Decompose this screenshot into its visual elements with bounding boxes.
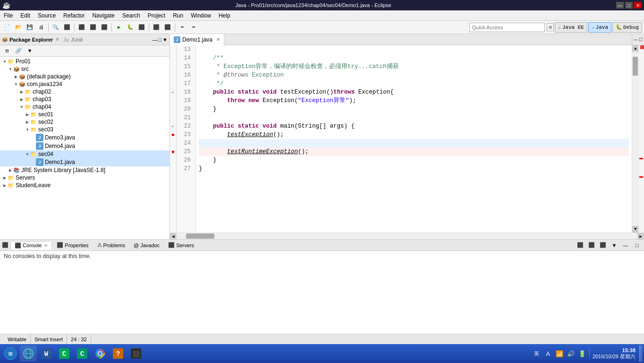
taskbar-app1[interactable]: C (56, 346, 73, 362)
minimize-view-btn[interactable]: — (152, 37, 157, 43)
tree-pro01[interactable]: 📁 Pro01 (0, 58, 169, 65)
src-arrow[interactable] (8, 67, 13, 71)
console-scroll-lock[interactable]: ⬛ (586, 240, 597, 251)
link-editor-btn[interactable]: 🔗 (13, 46, 24, 56)
jre-arrow[interactable] (8, 168, 13, 173)
taskbar-eclipse[interactable]: ⬛ (127, 346, 144, 362)
pe-close-icon[interactable]: ✕ (55, 36, 59, 43)
java-ee-perspective[interactable]: ☕ Java EE (555, 22, 587, 33)
sec04-arrow[interactable] (25, 152, 30, 156)
console-tab-problems[interactable]: ⚠ Problems (93, 241, 129, 249)
tree-servers[interactable]: 📁 Servers (0, 174, 169, 182)
tb-btn7[interactable]: ⬛ (136, 22, 147, 33)
menu-help[interactable]: Help (215, 10, 234, 20)
print-btn[interactable]: 🖨 (36, 22, 46, 33)
taskbar-word[interactable]: W (38, 346, 55, 362)
comjava1234-arrow[interactable] (13, 82, 19, 86)
vertical-scrollbar[interactable]: ▲ ▼ (632, 45, 638, 233)
tab-close-icon[interactable]: ✕ (216, 37, 220, 42)
open-perspective-btn[interactable]: ⊞ (547, 23, 554, 31)
scroll-up-btn[interactable]: ▲ (632, 45, 639, 52)
hscroll-left-btn[interactable]: ◀ (170, 233, 177, 239)
menu-search[interactable]: Search (119, 10, 144, 20)
tb-btn8[interactable]: ⬛ (151, 22, 161, 33)
close-btn[interactable]: ✕ (634, 2, 642, 9)
menu-run[interactable]: Run (169, 10, 187, 20)
tree-comjava1234[interactable]: 📦 com.java1234 (0, 80, 169, 88)
new-btn[interactable]: 📄 (2, 22, 12, 33)
editor-tab-demo1[interactable]: J Demo1.java ✕ (170, 34, 224, 45)
pe-tab-package-explorer[interactable]: Package Explorer (9, 37, 53, 43)
lang-icon[interactable]: A (544, 349, 552, 358)
tree-sec03[interactable]: 📁 sec03 (0, 126, 169, 133)
console-max-btn[interactable]: □ (632, 240, 642, 251)
menu-project[interactable]: Project (144, 10, 169, 20)
tb-btn11[interactable]: ➡ (188, 22, 199, 33)
kb-icon[interactable]: 英 (533, 349, 541, 358)
scroll-track[interactable] (632, 52, 638, 226)
view-menu-btn[interactable]: ▼ (162, 37, 168, 43)
tree-demo1[interactable]: J Demo1.java (0, 158, 169, 166)
menu-refactor[interactable]: Refactor (59, 10, 88, 20)
scroll-thumb[interactable] (633, 57, 638, 76)
taskbar-ie[interactable] (20, 346, 37, 362)
menu-navigate[interactable]: Navigate (88, 10, 118, 20)
menu-edit[interactable]: Edit (17, 10, 34, 20)
tb-btn4[interactable]: ⬛ (76, 22, 87, 33)
battery-icon[interactable]: 🔋 (578, 349, 586, 358)
editor-max-btn[interactable]: □ (639, 37, 642, 43)
hscroll-thumb[interactable] (186, 233, 214, 239)
menu-window[interactable]: Window (187, 10, 215, 20)
tree-jre[interactable]: 📚 JRE System Library [JavaSE-1.8] (0, 166, 169, 174)
pe-tab-junit[interactable]: JUnit (71, 37, 83, 43)
window-controls[interactable]: — □ ✕ (616, 2, 642, 9)
servers-arrow[interactable] (2, 175, 8, 180)
horizontal-scrollbar[interactable]: ◀ ▶ (170, 233, 644, 239)
menu-source[interactable]: Source (34, 10, 59, 20)
menu-file[interactable]: File (0, 10, 17, 20)
console-close[interactable]: ✕ (44, 243, 48, 248)
taskbar-app2[interactable]: C (74, 346, 91, 362)
sec02-arrow[interactable] (25, 120, 30, 124)
console-tab-servers[interactable]: ⬛ Servers (164, 241, 198, 249)
chap03-arrow[interactable] (19, 97, 25, 102)
console-tab-properties[interactable]: ⬛ Properties (53, 241, 92, 249)
tree-sec02[interactable]: 📁 sec02 (0, 118, 169, 126)
open-console-btn[interactable]: ⬛ (575, 240, 585, 251)
tb-btn9[interactable]: ⬛ (162, 22, 173, 33)
quick-access-input[interactable] (469, 23, 545, 32)
tree-demo3[interactable]: J Demo3.java (0, 133, 169, 142)
start-button[interactable]: ⊞ (2, 346, 19, 362)
tb-btn6[interactable]: ⬛ (99, 22, 110, 33)
maximize-btn[interactable]: □ (625, 2, 633, 9)
chap02-arrow[interactable] (19, 89, 25, 94)
sec03-arrow[interactable] (25, 127, 30, 132)
tree-defaultpkg[interactable]: 📦 (default package) (0, 73, 169, 80)
debug-btn[interactable]: 🐛 (125, 22, 136, 33)
save-btn[interactable]: 💾 (25, 22, 35, 33)
defaultpkg-arrow[interactable] (13, 74, 19, 79)
tree-chap04[interactable]: 📁 chap04 (0, 103, 169, 111)
view-menu-btn2[interactable]: ▼ (25, 46, 35, 56)
debug-perspective[interactable]: 🐛 Debug (612, 22, 642, 33)
clock-area[interactable]: 15:38 2016/10/29 星期六 (593, 347, 636, 360)
open-btn[interactable]: 📂 (13, 22, 24, 33)
hscroll-right-btn[interactable]: ▶ (637, 233, 644, 239)
collapse-all-btn[interactable]: ⊟ (2, 46, 12, 56)
tree-src[interactable]: 📦 src (0, 65, 169, 73)
tree-sec04[interactable]: 📁 sec04 (0, 150, 169, 158)
clear-console-btn[interactable]: ⬛ (598, 240, 608, 251)
network-icon[interactable]: 📶 (555, 349, 564, 358)
tree-studentleave[interactable]: 📁 StudentLeave (0, 182, 169, 189)
show-desktop-btn[interactable] (639, 346, 642, 362)
pro01-arrow[interactable] (2, 59, 8, 64)
sound-icon[interactable]: 🔊 (567, 349, 575, 358)
java-perspective[interactable]: ☕ Java (588, 22, 611, 33)
minimize-btn[interactable]: — (616, 2, 624, 9)
run-btn[interactable]: ▶ (114, 22, 124, 33)
console-min-btn[interactable]: — (620, 240, 631, 251)
tree-demo4[interactable]: J Demo4.java (0, 142, 169, 150)
editor-min-btn[interactable]: — (634, 37, 637, 43)
scroll-down-btn[interactable]: ▼ (632, 226, 639, 233)
console-tab-console[interactable]: ⬛ Console ✕ (10, 241, 52, 250)
